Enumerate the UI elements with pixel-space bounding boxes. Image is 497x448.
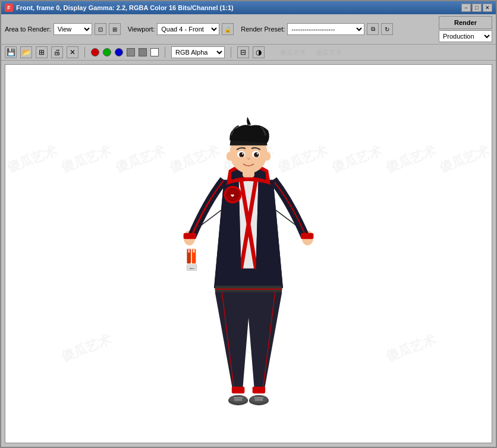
toolbar-row-2: 💾 📂 ⊞ 🖨 ✕ RGB Alpha ⊟ ◑ 傻瓜艺术 傻瓜艺术 bbox=[1, 45, 496, 61]
open-icon-btn[interactable]: 📂 bbox=[20, 46, 32, 58]
display-btn[interactable]: ⊟ bbox=[237, 46, 249, 58]
close-button[interactable]: ✕ bbox=[483, 4, 492, 12]
app-icon: F bbox=[5, 4, 13, 12]
toolbar-row-1: Area to Render: View ⊡ ⊞ Viewport: Quad … bbox=[1, 14, 496, 45]
svg-text:❤: ❤ bbox=[231, 194, 234, 198]
svg-point-30 bbox=[229, 395, 247, 403]
toggle-btn[interactable]: ◑ bbox=[253, 46, 265, 58]
title-bar-left: F Front, frame 0, Display Gamma: 2.2, RG… bbox=[5, 4, 234, 12]
svg-rect-40 bbox=[193, 249, 194, 253]
svg-point-19 bbox=[227, 152, 234, 160]
render-preset-group: Render Preset: -------------------- ⧉ ↻ bbox=[241, 23, 393, 35]
blue-swatch[interactable] bbox=[115, 48, 123, 56]
preset-load-btn[interactable]: ⧉ bbox=[367, 23, 379, 35]
svg-point-34 bbox=[250, 395, 268, 403]
viewport-label: Viewport: bbox=[128, 26, 155, 33]
svg-text:item: item bbox=[190, 267, 194, 270]
separator-1 bbox=[84, 47, 85, 58]
character-container: ❤ bbox=[5, 65, 492, 443]
wm-toolbar-1: 傻瓜艺术 bbox=[280, 48, 306, 57]
window-title: Front, frame 0, Display Gamma: 2.2, RGBA… bbox=[16, 4, 234, 11]
preset-select[interactable]: -------------------- bbox=[287, 23, 364, 35]
wm-toolbar-2: 傻瓜艺术 bbox=[316, 48, 342, 57]
red-swatch[interactable] bbox=[91, 48, 99, 56]
viewport-area: 傻瓜艺术 傻瓜艺术 傻瓜艺术 傻瓜艺术 傻瓜艺术 傻瓜艺术 傻瓜艺术 傻瓜艺术 … bbox=[1, 61, 496, 447]
area-btn-2[interactable]: ⊞ bbox=[109, 23, 121, 35]
svg-point-18 bbox=[257, 153, 258, 154]
viewport-inner: 傻瓜艺术 傻瓜艺术 傻瓜艺术 傻瓜艺术 傻瓜艺术 傻瓜艺术 傻瓜艺术 傻瓜艺术 … bbox=[5, 64, 492, 443]
maximize-button[interactable]: □ bbox=[472, 4, 482, 12]
production-select[interactable]: Production bbox=[439, 30, 492, 42]
svg-rect-38 bbox=[188, 249, 190, 253]
svg-point-20 bbox=[264, 152, 271, 160]
separator-2 bbox=[165, 47, 165, 58]
svg-rect-21 bbox=[184, 233, 197, 239]
character-svg: ❤ bbox=[159, 81, 338, 426]
area-select[interactable]: View bbox=[54, 23, 92, 35]
mono-swatch[interactable] bbox=[127, 48, 135, 56]
print-icon-btn[interactable]: 🖨 bbox=[51, 46, 63, 58]
viewport-group: Viewport: Quad 4 - Front 🔒 bbox=[128, 23, 234, 35]
white-swatch[interactable] bbox=[150, 48, 159, 56]
clear-icon-btn[interactable]: ✕ bbox=[67, 46, 78, 58]
svg-rect-22 bbox=[301, 233, 314, 239]
svg-point-17 bbox=[242, 153, 243, 154]
area-to-render-group: Area to Render: View ⊡ ⊞ bbox=[5, 23, 121, 35]
svg-rect-28 bbox=[253, 387, 266, 394]
render-section: Render Production bbox=[439, 16, 492, 42]
main-window: F Front, frame 0, Display Gamma: 2.2, RG… bbox=[0, 0, 497, 448]
preset-save-btn[interactable]: ↻ bbox=[381, 23, 393, 35]
area-label: Area to Render: bbox=[5, 26, 51, 33]
green-swatch[interactable] bbox=[103, 48, 111, 56]
title-buttons: − □ ✕ bbox=[461, 4, 492, 12]
save-icon-btn[interactable]: 💾 bbox=[5, 46, 17, 58]
title-bar: F Front, frame 0, Display Gamma: 2.2, RG… bbox=[1, 1, 496, 14]
svg-rect-27 bbox=[232, 387, 245, 394]
viewport-lock-btn[interactable]: 🔒 bbox=[222, 23, 234, 35]
minimize-button[interactable]: − bbox=[461, 4, 471, 12]
gray-swatch[interactable] bbox=[139, 48, 147, 56]
preset-label: Render Preset: bbox=[241, 26, 285, 33]
area-btn-1[interactable]: ⊡ bbox=[95, 23, 106, 35]
channel-select[interactable]: RGB Alpha bbox=[171, 46, 225, 58]
separator-3 bbox=[231, 47, 231, 58]
render-button[interactable]: Render bbox=[439, 16, 492, 29]
grid-icon-btn[interactable]: ⊞ bbox=[36, 46, 48, 58]
viewport-select[interactable]: Quad 4 - Front bbox=[157, 23, 219, 35]
